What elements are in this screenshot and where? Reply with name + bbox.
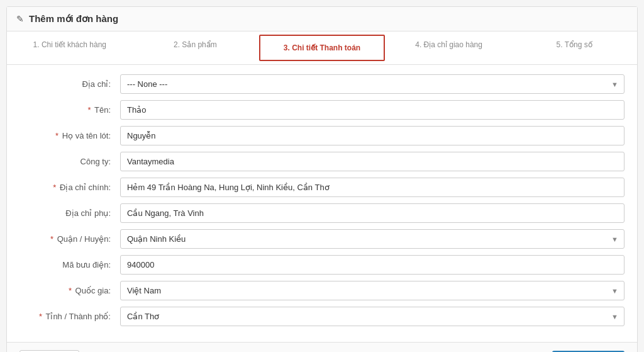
row-quan-huyen: * Quận / Huyện: Quận Ninh Kiều ▼: [19, 229, 625, 249]
input-dia-chi-phu[interactable]: [120, 203, 625, 223]
input-cong-ty[interactable]: [120, 152, 625, 171]
label-dia-chi-chinh: * Địa chỉ chính:: [19, 183, 120, 192]
select-wrapper-tinh-thanh-pho[interactable]: Cần Thơ ▼: [120, 307, 625, 326]
select-quoc-gia[interactable]: Việt Nam: [120, 281, 625, 300]
select-wrapper-quoc-gia[interactable]: Việt Nam ▼: [120, 281, 625, 300]
required-marker: *: [53, 183, 56, 192]
page-header: ✎ Thêm mới đơn hàng: [7, 7, 637, 31]
required-marker: *: [88, 105, 91, 115]
row-ma-buu-dien: Mã bưu điện:: [19, 255, 625, 275]
label-dia-chi: Địa chỉ:: [19, 79, 120, 89]
steps-bar: 1. Chi tiết khách hàng 2. Sản phẩm 3. Ch…: [7, 31, 637, 65]
select-tinh-thanh-pho[interactable]: Cần Thơ: [120, 307, 625, 326]
row-cong-ty: Công ty:: [19, 152, 625, 171]
input-ma-buu-dien[interactable]: [120, 255, 625, 275]
label-ten: * Tên:: [19, 105, 120, 115]
edit-icon: ✎: [16, 14, 24, 24]
row-tinh-thanh-pho: * Tỉnh / Thành phố: Cần Thơ ▼: [19, 307, 625, 326]
input-ten[interactable]: [120, 100, 625, 120]
row-dia-chi: Địa chỉ: --- None --- ▼: [19, 74, 625, 94]
select-dia-chi[interactable]: --- None ---: [120, 74, 625, 94]
required-marker: *: [50, 234, 53, 244]
page-title: Thêm mới đơn hàng: [29, 13, 118, 25]
required-marker: *: [69, 286, 72, 295]
select-quan-huyen[interactable]: Quận Ninh Kiều: [120, 229, 625, 249]
row-ho-va-ten-lot: * Họ và tên lót:: [19, 126, 625, 145]
label-quan-huyen: * Quận / Huyện:: [19, 234, 120, 244]
step-1[interactable]: 1. Chi tiết khách hàng: [7, 31, 133, 64]
step-5[interactable]: 5. Tổng số: [511, 31, 637, 64]
step-2[interactable]: 2. Sản phẩm: [133, 31, 258, 64]
label-dia-chi-phu: Địa chỉ phụ:: [19, 208, 120, 218]
required-marker: *: [39, 312, 42, 321]
input-dia-chi-chinh[interactable]: [120, 178, 625, 197]
row-dia-chi-phu: Địa chỉ phụ:: [19, 203, 625, 223]
required-marker: *: [55, 131, 58, 140]
label-quoc-gia: * Quốc gia:: [19, 286, 120, 295]
row-quoc-gia: * Quốc gia: Việt Nam ▼: [19, 281, 625, 300]
step-4[interactable]: 4. Địa chỉ giao hàng: [386, 31, 512, 64]
label-tinh-thanh-pho: * Tỉnh / Thành phố:: [19, 312, 120, 321]
select-wrapper-dia-chi[interactable]: --- None --- ▼: [120, 74, 625, 94]
step-3[interactable]: 3. Chi tiết Thanh toán: [259, 35, 385, 61]
input-ho-va-ten-lot[interactable]: [120, 126, 625, 145]
form-area: Địa chỉ: --- None --- ▼ * Tên: * Họ và t…: [7, 65, 637, 342]
page-container: ✎ Thêm mới đơn hàng 1. Chi tiết khách hà…: [6, 6, 638, 352]
label-cong-ty: Công ty:: [19, 157, 120, 166]
label-ho-va-ten-lot: * Họ và tên lót:: [19, 131, 120, 140]
row-ten: * Tên:: [19, 100, 625, 120]
select-wrapper-quan-huyen[interactable]: Quận Ninh Kiều ▼: [120, 229, 625, 249]
label-ma-buu-dien: Mã bưu điện:: [19, 260, 120, 270]
row-dia-chi-chinh: * Địa chỉ chính:: [19, 178, 625, 197]
form-footer: ← Quay lại (5) → → → Tiếp tục: [7, 342, 637, 352]
